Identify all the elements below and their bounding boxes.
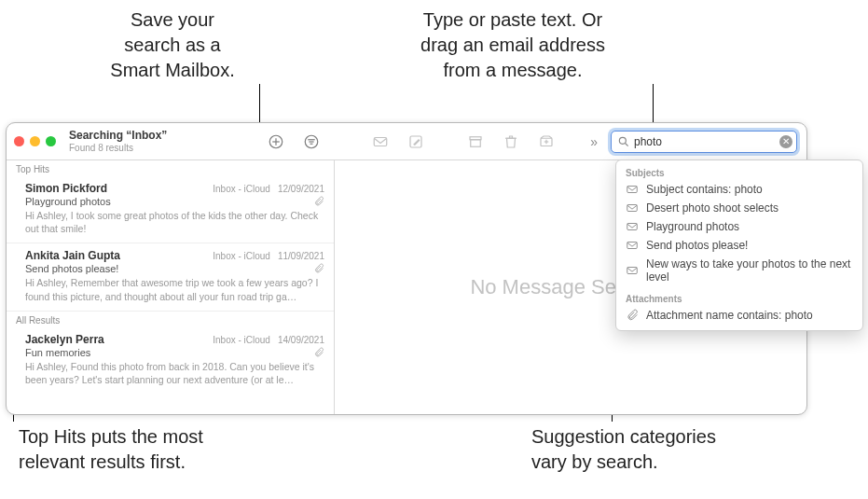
message-from: Ankita Jain Gupta [25, 249, 213, 262]
window-title-block: Searching “Inbox” Found 8 results [69, 130, 181, 152]
search-field[interactable]: ✕ [611, 131, 797, 153]
attachment-icon [313, 347, 324, 358]
envelope-icon[interactable] [369, 131, 392, 153]
minimize-button[interactable] [30, 136, 40, 146]
suggestion-section-subjects: Subjects [616, 164, 862, 180]
section-top-hits: Top Hits [7, 160, 334, 176]
message-date: 12/09/2021 [278, 184, 324, 194]
envelope-icon [626, 239, 639, 252]
callout-search-input: Type or paste text. Ordrag an email addr… [373, 7, 653, 83]
svg-rect-17 [627, 205, 638, 212]
attachment-icon [626, 309, 639, 322]
message-preview: Hi Ashley, Remember that awesome trip we… [25, 276, 324, 302]
envelope-icon [626, 201, 639, 215]
suggestion-text: Subject contains: photo [646, 183, 763, 196]
message-subject: Playground photos [25, 196, 313, 207]
message-row[interactable]: Jackelyn Perra Inbox - iCloud 14/09/2021… [7, 327, 334, 394]
svg-point-14 [619, 137, 626, 144]
search-suggestions-popover: Subjects Subject contains: photo Desert … [615, 159, 863, 331]
envelope-icon [626, 183, 639, 196]
suggestion-text: Send photos please! [646, 239, 748, 252]
attachment-icon [313, 196, 324, 207]
message-preview: Hi Ashley, Found this photo from back in… [25, 360, 324, 386]
message-subject: Fun memories [25, 347, 313, 358]
suggestion-item[interactable]: Attachment name contains: photo [616, 306, 862, 325]
suggestion-section-attachments: Attachments [616, 290, 862, 306]
close-button[interactable] [14, 136, 24, 146]
suggestion-item[interactable]: Playground photos [616, 217, 862, 236]
svg-rect-7 [374, 137, 387, 146]
suggestion-item[interactable]: New ways to take your photos to the next… [616, 255, 862, 286]
trash-button[interactable] [500, 131, 522, 153]
message-preview: Hi Ashley, I took some great photos of t… [25, 209, 324, 235]
search-input[interactable] [634, 135, 779, 148]
search-icon [617, 135, 630, 148]
suggestion-text: Desert photo shoot selects [646, 201, 778, 215]
fullscreen-button[interactable] [46, 136, 56, 146]
callout-suggestion-categories: Suggestion categoriesvary by search. [531, 424, 792, 475]
svg-rect-20 [627, 268, 638, 274]
callout-save-smart-mailbox: Save yoursearch as aSmart Mailbox. [89, 7, 256, 83]
svg-rect-19 [627, 243, 638, 249]
save-smart-mailbox-button[interactable] [265, 131, 287, 153]
svg-rect-10 [471, 139, 481, 146]
svg-rect-18 [627, 224, 638, 230]
callout-top-hits: Top Hits puts the mostrelevant results f… [19, 424, 270, 475]
window-title: Searching “Inbox” [69, 130, 181, 142]
filter-button[interactable] [300, 131, 323, 153]
archive-button[interactable] [464, 131, 487, 153]
svg-line-15 [626, 143, 628, 146]
envelope-icon [626, 220, 639, 233]
section-all-results: All Results [7, 312, 334, 327]
suggestion-item[interactable]: Subject contains: photo [616, 180, 862, 199]
suggestion-text: Playground photos [646, 220, 739, 233]
suggestion-item[interactable]: Desert photo shoot selects [616, 199, 862, 217]
window-subtitle: Found 8 results [69, 143, 181, 153]
suggestion-item[interactable]: Send photos please! [616, 236, 862, 255]
message-from: Simon Pickford [25, 182, 213, 195]
message-source: Inbox - iCloud [213, 335, 270, 345]
window-controls [14, 136, 56, 146]
message-row[interactable]: Ankita Jain Gupta Inbox - iCloud 11/09/2… [7, 243, 334, 311]
message-source: Inbox - iCloud [213, 251, 270, 261]
titlebar: Searching “Inbox” Found 8 results [7, 123, 806, 160]
compose-button[interactable] [405, 131, 427, 153]
message-subject: Send photos please! [25, 263, 313, 274]
overflow-menu[interactable]: » [586, 134, 601, 149]
svg-rect-16 [627, 187, 638, 193]
junk-button[interactable] [535, 131, 558, 153]
message-from: Jackelyn Perra [25, 333, 213, 346]
clear-search-button[interactable]: ✕ [779, 135, 792, 148]
message-row[interactable]: Simon Pickford Inbox - iCloud 12/09/2021… [7, 176, 334, 243]
attachment-icon [313, 263, 324, 274]
message-source: Inbox - iCloud [213, 184, 270, 194]
message-list: Top Hits Simon Pickford Inbox - iCloud 1… [7, 160, 335, 414]
suggestion-text: New ways to take your photos to the next… [646, 257, 853, 284]
envelope-icon [626, 264, 639, 277]
message-date: 14/09/2021 [278, 335, 324, 345]
message-date: 11/09/2021 [278, 251, 324, 261]
suggestion-text: Attachment name contains: photo [646, 309, 813, 322]
